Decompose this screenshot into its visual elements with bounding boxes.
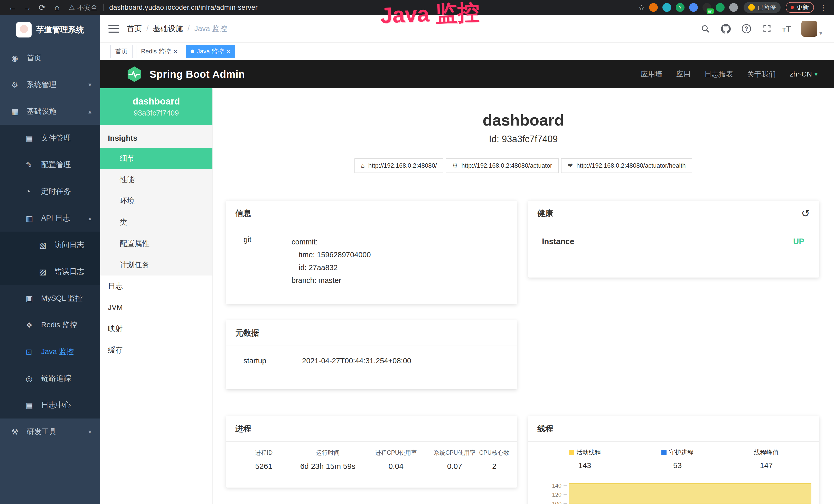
sidebar-item[interactable]: ▨ 错误日志 xyxy=(0,258,100,285)
insights-item[interactable]: 配置属性 xyxy=(100,233,213,254)
sidebar-item[interactable]: ✎ 配置管理 xyxy=(0,152,100,178)
sidebar-item[interactable]: ◔ 定时任务 xyxy=(0,178,100,205)
user-avatar[interactable]: ▾ xyxy=(802,21,822,37)
process-column-header: CPU核心数 xyxy=(479,449,509,457)
search-icon[interactable] xyxy=(700,24,710,34)
sidebar-item[interactable]: ⚙ 系统管理 ▾ xyxy=(0,71,100,98)
instance-link-button[interactable]: ❤ http://192.168.0.2:48080/actuator/heal… xyxy=(561,158,692,173)
tag[interactable]: Redis 监控 × xyxy=(136,45,182,58)
sba-nav-link[interactable]: 日志报表 xyxy=(705,69,733,79)
address-url[interactable]: dashboard.yudao.iocoder.cn/infra/admin-s… xyxy=(109,4,258,12)
insights-item[interactable]: 性能 xyxy=(100,169,213,190)
security-indicator[interactable]: ⚠ 不安全 xyxy=(69,3,97,12)
update-button[interactable]: 更新 xyxy=(786,2,814,13)
sidebar-item[interactable]: ◉ 首页 xyxy=(0,45,100,71)
info-value: commit: time: 1596289704000 id: 27aa832 … xyxy=(291,235,504,293)
sidebar-item[interactable]: ▦ 基础设施 ▴ xyxy=(0,98,100,125)
instance-menu-item[interactable]: 映射 xyxy=(100,318,213,339)
reload-icon[interactable]: ⟳ xyxy=(36,3,49,12)
instance-menu-secondary: 日志 JVM 映射 缓存 xyxy=(100,275,213,361)
tag-close-icon[interactable]: × xyxy=(173,48,177,55)
extension-orange-icon[interactable] xyxy=(649,3,658,12)
sidebar-item[interactable]: ⊡ Java 监控 xyxy=(0,338,100,365)
extension-dark-on-icon[interactable]: on xyxy=(702,3,711,12)
tag-close-icon[interactable]: × xyxy=(226,48,231,55)
breadcrumb-item[interactable]: 首页 xyxy=(127,24,142,34)
insights-section-label: Insights xyxy=(100,131,213,147)
y-axis-tick: 140 xyxy=(528,481,567,490)
breadcrumb-item[interactable]: Java 监控 xyxy=(194,24,227,34)
insights-item[interactable]: 计划任务 xyxy=(100,254,213,275)
app-logo xyxy=(16,22,31,38)
app-sidebar: 芋道管理系统 ◉ 首页 ⚙ 系统管理 ▾ ▦ 基础设施 ▴ ▤ 文 xyxy=(0,15,100,504)
paused-badge[interactable]: 已暂停 xyxy=(744,2,781,13)
forward-icon[interactable]: → xyxy=(21,3,34,12)
info-value-line: time: 1596289704000 xyxy=(291,248,504,261)
instance-link-button[interactable]: ⚙ http://192.168.0.2:48080/actuator xyxy=(446,158,559,173)
home-icon[interactable]: ⌂ xyxy=(50,3,64,12)
tag[interactable]: 首页 xyxy=(110,45,133,58)
bookmark-star-icon[interactable]: ☆ xyxy=(638,3,645,12)
extension-leaf-icon[interactable] xyxy=(716,3,725,12)
insights-item[interactable]: 细节 xyxy=(100,147,213,169)
process-cell: 进程CPU使用率 0.04 xyxy=(362,449,430,471)
sidebar-item[interactable]: ▥ API 日志 ▴ xyxy=(0,205,100,232)
history-icon[interactable]: ↺ xyxy=(801,207,810,219)
sba-title[interactable]: Spring Boot Admin xyxy=(150,69,245,80)
legend-value: 147 xyxy=(760,461,773,470)
breadcrumb: 首页 / 基础设施 / Java 监控 xyxy=(127,24,227,34)
instance-menu-item[interactable]: 缓存 xyxy=(100,339,213,361)
infrastructure-icon: ▦ xyxy=(11,107,23,116)
extension-green-y-icon[interactable]: Y xyxy=(676,3,684,12)
fullscreen-icon[interactable] xyxy=(762,24,772,34)
instance-id: 93a3fc7f7409 xyxy=(134,109,179,117)
sba-nav-link[interactable]: 关于我们 xyxy=(747,69,776,79)
instance-sidebar: dashboard 93a3fc7f7409 Insights 细节 性能 环境… xyxy=(100,88,213,504)
app-brand-title: 芋道管理系统 xyxy=(36,24,84,35)
extension-blue-icon[interactable] xyxy=(689,3,698,12)
sidebar-item[interactable]: ◎ 链路追踪 xyxy=(0,365,100,392)
process-value: 0.04 xyxy=(388,462,403,471)
extension-puzzle-icon[interactable] xyxy=(729,3,738,12)
sidebar-item[interactable]: ⚒ 研发工具 ▾ xyxy=(0,418,100,445)
sba-nav: 应用墙 应用 日志报表 关于我们 zh~CN ▾ xyxy=(641,69,817,79)
sidebar-item[interactable]: ❖ Redis 监控 xyxy=(0,312,100,338)
extension-teal-icon[interactable] xyxy=(662,3,671,12)
help-icon[interactable]: ? xyxy=(741,24,751,34)
github-icon[interactable] xyxy=(721,24,731,34)
back-icon[interactable]: ← xyxy=(6,3,19,12)
browser-menu-icon[interactable]: ⋮ xyxy=(818,3,828,12)
insights-block: Insights 细节 性能 环境 类 配置属性 计划任务 xyxy=(100,125,213,275)
sidebar-item[interactable]: ▤ 日志中心 xyxy=(0,392,100,418)
insights-menu: 细节 性能 环境 类 配置属性 计划任务 xyxy=(100,147,213,275)
insights-item[interactable]: 环境 xyxy=(100,190,213,211)
instance-header[interactable]: dashboard 93a3fc7f7409 xyxy=(100,88,213,125)
sidebar-item-label: 首页 xyxy=(27,53,42,63)
tag[interactable]: Java 监控 × xyxy=(186,45,235,58)
sba-nav-link[interactable]: 应用墙 xyxy=(641,69,662,79)
metadata-card-body: startup 2021-04-27T00:44:31.254+08:00 xyxy=(226,346,517,372)
page-title: dashboard xyxy=(213,111,834,129)
sidebar-item[interactable]: ▣ MySQL 监控 xyxy=(0,285,100,312)
instance-link-button[interactable]: ⌂ http://192.168.0.2:48080/ xyxy=(354,158,443,173)
process-value: 0.07 xyxy=(447,462,462,471)
font-size-icon[interactable]: TT xyxy=(782,24,791,33)
sidebar-item[interactable]: ▤ 文件管理 xyxy=(0,125,100,152)
instance-menu-item[interactable]: JVM xyxy=(100,297,213,318)
info-value-line: id: 27aa832 xyxy=(291,261,504,274)
sba-nav-link[interactable]: 应用 xyxy=(676,69,691,79)
threads-legend: 活动线程 143 守护进程 53 xyxy=(539,448,809,470)
sba-navbar: Spring Boot Admin 应用墙 应用 日志报表 关于我们 zh~CN… xyxy=(100,60,834,88)
language-selector[interactable]: zh~CN ▾ xyxy=(790,70,817,78)
sidebar-item-label: MySQL 监控 xyxy=(41,293,83,303)
tag-label: Redis 监控 xyxy=(141,47,171,55)
sidebar-item-label: API 日志 xyxy=(41,213,70,223)
hamburger-icon[interactable] xyxy=(108,25,119,32)
legend-swatch xyxy=(569,450,574,455)
breadcrumb-item[interactable]: 基础设施 xyxy=(153,24,183,34)
instance-menu-item[interactable]: 日志 xyxy=(100,275,213,297)
sidebar-item[interactable]: ▧ 访问日志 xyxy=(0,232,100,258)
threads-card: 线程 活动线程 143 xyxy=(528,416,819,504)
legend-swatch xyxy=(661,450,666,455)
insights-item[interactable]: 类 xyxy=(100,211,213,233)
